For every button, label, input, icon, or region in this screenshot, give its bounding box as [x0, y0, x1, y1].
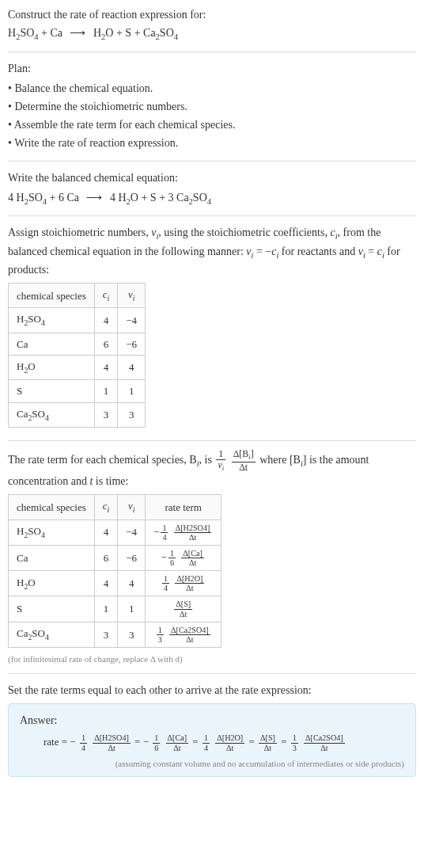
cell-ci: 4	[94, 571, 118, 596]
cell-species: Ca2SO4	[9, 402, 95, 427]
col-species: chemical species	[9, 495, 95, 520]
eq-h2so4: H2SO4	[8, 27, 39, 39]
table-header-row: chemical species ci νi	[9, 284, 146, 308]
intro-equation: H2SO4 + Ca ⟶ H2O + S + Ca2SO4	[8, 25, 416, 44]
cell-vi: 3	[118, 622, 146, 647]
frac-dbi-dt: Δ[Bi]Δt	[232, 449, 256, 473]
col-vi: νi	[118, 284, 146, 308]
table-row: Ca 6 −6 −16 Δ[Ca]Δt	[9, 545, 221, 570]
table-row: Ca 6 −6	[9, 333, 146, 356]
col-ci: ci	[94, 495, 118, 520]
answer-equation: rate = − 14 Δ[H2SO4]Δt = − 16 Δ[Ca]Δt = …	[20, 733, 404, 752]
cell-vi: −6	[118, 333, 146, 356]
plan-item: • Assemble the rate term for each chemic…	[8, 116, 416, 133]
eq-plus-ca: + Ca	[39, 27, 62, 39]
intro-text: Construct the rate of reaction expressio…	[8, 6, 416, 23]
plan-item: • Determine the stoichiometric numbers.	[8, 98, 416, 115]
table2-note: (for infinitesimal rate of change, repla…	[8, 653, 416, 666]
cell-species: Ca2SO4	[9, 622, 95, 647]
cell-vi: 4	[118, 356, 146, 380]
plan-item: • Balance the chemical equation.	[8, 80, 416, 97]
cell-ci: 3	[94, 622, 118, 647]
cell-vi: 1	[118, 380, 146, 403]
table-header-row: chemical species ci νi rate term	[9, 495, 221, 520]
section-setequal: Set the rate terms equal to each other t…	[8, 674, 416, 785]
answer-note: (assuming constant volume and no accumul…	[20, 757, 404, 771]
table-row: H2SO4 4 −4	[9, 308, 146, 333]
section-intro: Construct the rate of reaction expressio…	[8, 6, 416, 52]
plan-list: • Balance the chemical equation. • Deter…	[8, 80, 416, 151]
section-balanced: Write the balanced chemical equation: 4 …	[8, 162, 416, 217]
answer-label: Answer:	[20, 712, 404, 729]
cell-rate: Δ[S]Δt	[146, 596, 221, 622]
cell-ci: 6	[94, 545, 118, 570]
table-row: S 1 1 Δ[S]Δt	[9, 596, 221, 622]
cell-rate: −16 Δ[Ca]Δt	[146, 545, 221, 570]
cell-ci: 6	[94, 333, 118, 356]
cell-ci: 1	[94, 380, 118, 403]
balanced-title: Write the balanced chemical equation:	[8, 169, 416, 186]
table-row: S 1 1	[9, 380, 146, 403]
eq-rhs: H2O + S + Ca2SO4	[93, 27, 178, 39]
table-row: H2SO4 4 −4 −14 Δ[H2SO4]Δt	[9, 520, 221, 545]
table-row: H2O 4 4 14 Δ[H2O]Δt	[9, 571, 221, 596]
table-row: H2O 4 4	[9, 356, 146, 380]
cell-species: Ca	[9, 545, 95, 570]
cell-ci: 3	[94, 402, 118, 427]
table-row: Ca2SO4 3 3	[9, 402, 146, 427]
section-rateterm: The rate term for each chemical species,…	[8, 441, 416, 674]
cell-vi: −4	[118, 520, 146, 545]
arrow-icon: ⟶	[86, 189, 102, 206]
document-container: Construct the rate of reaction expressio…	[0, 0, 424, 791]
arrow-icon: ⟶	[70, 25, 85, 41]
plan-item: • Write the rate of reaction expression.	[8, 135, 416, 151]
section-assign: Assign stoichiometric numbers, νi, using…	[8, 216, 416, 441]
cell-ci: 4	[94, 308, 118, 333]
nu-i: νi	[151, 227, 158, 238]
col-ci: ci	[94, 284, 118, 308]
assign-text: Assign stoichiometric numbers, νi, using…	[8, 224, 416, 278]
cell-vi: 4	[118, 571, 146, 596]
cell-species: S	[9, 596, 95, 622]
cell-ci: 1	[94, 596, 118, 622]
cell-vi: 1	[118, 596, 146, 622]
cell-rate: −14 Δ[H2SO4]Δt	[146, 520, 221, 545]
col-vi: νi	[118, 495, 146, 520]
cell-vi: −6	[118, 545, 146, 570]
rate-term-table: chemical species ci νi rate term H2SO4 4…	[8, 494, 221, 648]
cell-vi: −4	[118, 308, 146, 333]
balanced-equation: 4 H2SO4 + 6 Ca ⟶ 4 H2O + S + 3 Ca2SO4	[8, 189, 416, 208]
stoich-table: chemical species ci νi H2SO4 4 −4 Ca 6 −…	[8, 283, 146, 428]
table-row: Ca2SO4 3 3 13 Δ[Ca2SO4]Δt	[9, 622, 221, 647]
cell-ci: 4	[94, 520, 118, 545]
plan-title: Plan:	[8, 60, 416, 77]
cell-rate: 14 Δ[H2O]Δt	[146, 571, 221, 596]
rateterm-text: The rate term for each chemical species,…	[8, 449, 416, 489]
col-rateterm: rate term	[146, 495, 221, 520]
c-i: ci	[330, 227, 337, 238]
cell-ci: 4	[94, 356, 118, 380]
col-species: chemical species	[9, 284, 95, 308]
section-plan: Plan: • Balance the chemical equation. •…	[8, 52, 416, 162]
cell-species: H2O	[9, 571, 95, 596]
cell-species: Ca	[9, 333, 95, 356]
frac-1-over-nu: 1νi	[216, 449, 225, 473]
cell-species: H2SO4	[9, 308, 95, 333]
setequal-text: Set the rate terms equal to each other t…	[8, 682, 416, 699]
cell-vi: 3	[118, 402, 146, 427]
cell-species: S	[9, 380, 95, 403]
cell-species: H2O	[9, 356, 95, 380]
cell-rate: 13 Δ[Ca2SO4]Δt	[146, 622, 221, 647]
answer-box: Answer: rate = − 14 Δ[H2SO4]Δt = − 16 Δ[…	[8, 703, 416, 777]
cell-species: H2SO4	[9, 520, 95, 545]
